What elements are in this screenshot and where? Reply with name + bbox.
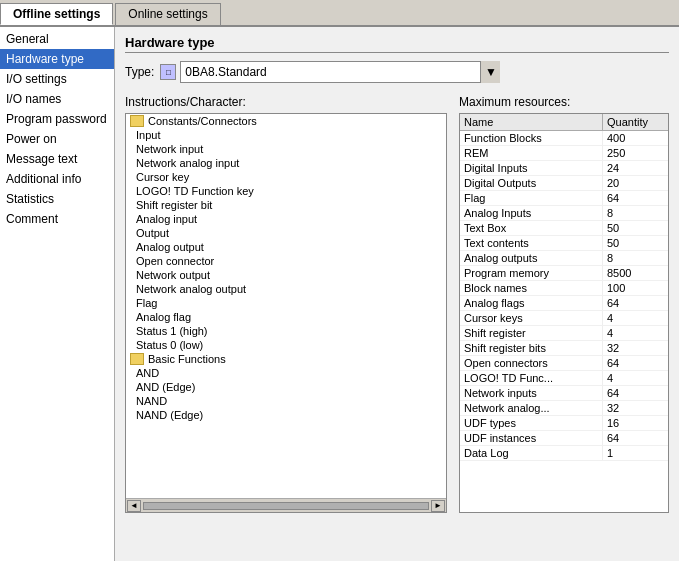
- instruction-item[interactable]: Network analog input: [126, 156, 446, 170]
- instruction-item[interactable]: Basic Functions: [126, 352, 446, 366]
- resource-row[interactable]: Flag64: [460, 191, 668, 206]
- instruction-item[interactable]: AND: [126, 366, 446, 380]
- type-select-display[interactable]: 0BA8.Standard: [180, 61, 500, 83]
- sidebar: General Hardware type I/O settings I/O n…: [0, 27, 115, 561]
- resource-quantity: 100: [603, 281, 668, 295]
- resource-row[interactable]: Text contents50: [460, 236, 668, 251]
- resource-quantity: 250: [603, 146, 668, 160]
- instruction-item[interactable]: Constants/Connectors: [126, 114, 446, 128]
- instruction-item[interactable]: Flag: [126, 296, 446, 310]
- resource-row[interactable]: Text Box50: [460, 221, 668, 236]
- resource-quantity: 32: [603, 401, 668, 415]
- lists-container: Instructions/Character: Constants/Connec…: [125, 95, 669, 513]
- type-select-dropdown-arrow[interactable]: ▼: [480, 61, 500, 83]
- hscroll-left-arrow[interactable]: ◄: [127, 500, 141, 512]
- resource-quantity: 4: [603, 311, 668, 325]
- hscroll-right-arrow[interactable]: ►: [431, 500, 445, 512]
- resource-quantity: 1: [603, 446, 668, 460]
- instruction-item[interactable]: Cursor key: [126, 170, 446, 184]
- instruction-item[interactable]: Analog output: [126, 240, 446, 254]
- resource-quantity: 4: [603, 371, 668, 385]
- instruction-item[interactable]: Output: [126, 226, 446, 240]
- resource-row[interactable]: Network inputs64: [460, 386, 668, 401]
- folder-icon: [130, 115, 144, 127]
- resource-row[interactable]: Cursor keys4: [460, 311, 668, 326]
- instruction-item-label: Shift register bit: [136, 199, 212, 211]
- tab-bar: Offline settings Online settings: [0, 0, 679, 27]
- instructions-hscrollbar[interactable]: ◄ ►: [126, 498, 446, 512]
- tab-online-settings[interactable]: Online settings: [115, 3, 220, 25]
- instruction-item[interactable]: Status 0 (low): [126, 338, 446, 352]
- resources-header: Name Quantity: [460, 114, 668, 131]
- resource-quantity: 24: [603, 161, 668, 175]
- instruction-item-label: Network analog output: [136, 283, 246, 295]
- resource-name: Shift register: [460, 326, 603, 340]
- main-layout: General Hardware type I/O settings I/O n…: [0, 27, 679, 561]
- resource-quantity: 32: [603, 341, 668, 355]
- resource-row[interactable]: Function Blocks400: [460, 131, 668, 146]
- resource-row[interactable]: Analog flags64: [460, 296, 668, 311]
- instruction-item[interactable]: Open connector: [126, 254, 446, 268]
- sidebar-item-message-text[interactable]: Message text: [0, 149, 114, 169]
- resource-row[interactable]: UDF types16: [460, 416, 668, 431]
- sidebar-item-general[interactable]: General: [0, 29, 114, 49]
- instruction-item[interactable]: NAND: [126, 394, 446, 408]
- resource-row[interactable]: Shift register4: [460, 326, 668, 341]
- instruction-item[interactable]: Network output: [126, 268, 446, 282]
- instruction-item[interactable]: Analog flag: [126, 310, 446, 324]
- instruction-item[interactable]: LOGO! TD Function key: [126, 184, 446, 198]
- instruction-item[interactable]: Analog input: [126, 212, 446, 226]
- resource-row[interactable]: Network analog...32: [460, 401, 668, 416]
- resources-scroll[interactable]: Function Blocks400REM250Digital Inputs24…: [460, 131, 668, 512]
- instruction-item[interactable]: Shift register bit: [126, 198, 446, 212]
- instruction-item-label: Basic Functions: [148, 353, 226, 365]
- sidebar-item-statistics[interactable]: Statistics: [0, 189, 114, 209]
- resource-row[interactable]: Block names100: [460, 281, 668, 296]
- resource-name: Data Log: [460, 446, 603, 460]
- resource-name: UDF instances: [460, 431, 603, 445]
- resource-row[interactable]: Analog Inputs8: [460, 206, 668, 221]
- instruction-item-label: Input: [136, 129, 160, 141]
- resource-name: Text Box: [460, 221, 603, 235]
- resource-quantity: 50: [603, 236, 668, 250]
- resource-quantity: 8500: [603, 266, 668, 280]
- hscroll-thumb[interactable]: [143, 502, 429, 510]
- resource-quantity: 16: [603, 416, 668, 430]
- resource-row[interactable]: Digital Outputs20: [460, 176, 668, 191]
- resource-row[interactable]: REM250: [460, 146, 668, 161]
- resource-row[interactable]: UDF instances64: [460, 431, 668, 446]
- tab-offline-settings[interactable]: Offline settings: [0, 3, 113, 25]
- resource-row[interactable]: Analog outputs8: [460, 251, 668, 266]
- resource-row[interactable]: Open connectors64: [460, 356, 668, 371]
- resource-name: Text contents: [460, 236, 603, 250]
- sidebar-item-power-on[interactable]: Power on: [0, 129, 114, 149]
- resources-table: Name Quantity Function Blocks400REM250Di…: [459, 113, 669, 513]
- instruction-item[interactable]: Network analog output: [126, 282, 446, 296]
- resource-row[interactable]: Program memory8500: [460, 266, 668, 281]
- sidebar-item-comment[interactable]: Comment: [0, 209, 114, 229]
- sidebar-item-io-settings[interactable]: I/O settings: [0, 69, 114, 89]
- instruction-item[interactable]: AND (Edge): [126, 380, 446, 394]
- folder-icon: [130, 353, 144, 365]
- resource-name: Function Blocks: [460, 131, 603, 145]
- sidebar-item-program-password[interactable]: Program password: [0, 109, 114, 129]
- instructions-scroll[interactable]: Constants/ConnectorsInputNetwork inputNe…: [126, 114, 446, 498]
- instruction-item-label: Analog input: [136, 213, 197, 225]
- instruction-item[interactable]: Input: [126, 128, 446, 142]
- resource-row[interactable]: Shift register bits32: [460, 341, 668, 356]
- resource-row[interactable]: LOGO! TD Func...4: [460, 371, 668, 386]
- sidebar-item-hardware-type[interactable]: Hardware type: [0, 49, 114, 69]
- instruction-item[interactable]: Status 1 (high): [126, 324, 446, 338]
- resource-row[interactable]: Digital Inputs24: [460, 161, 668, 176]
- resource-name: Network inputs: [460, 386, 603, 400]
- sidebar-item-additional-info[interactable]: Additional info: [0, 169, 114, 189]
- instruction-item[interactable]: NAND (Edge): [126, 408, 446, 422]
- instruction-item[interactable]: Network input: [126, 142, 446, 156]
- resource-name: REM: [460, 146, 603, 160]
- sidebar-item-io-names[interactable]: I/O names: [0, 89, 114, 109]
- resource-name: Shift register bits: [460, 341, 603, 355]
- instruction-item-label: AND (Edge): [136, 381, 195, 393]
- instruction-item-label: Network output: [136, 269, 210, 281]
- instruction-item-label: Open connector: [136, 255, 214, 267]
- resource-row[interactable]: Data Log1: [460, 446, 668, 461]
